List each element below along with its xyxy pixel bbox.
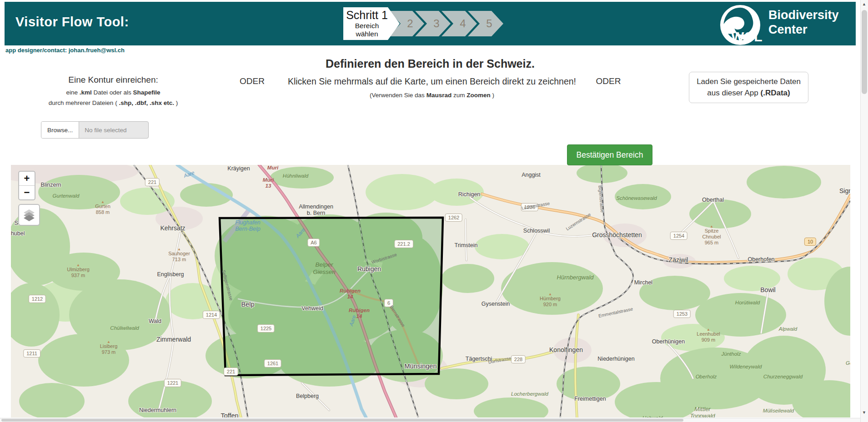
zoom-out-button[interactable]: −	[19, 185, 35, 199]
map-label-forest: Hürnbergwald	[557, 274, 594, 281]
draw-instruction: Klicken Sie mehrmals auf die Karte, um e…	[273, 76, 591, 87]
step-1-current[interactable]: Schritt 1 Bereich wählen	[343, 7, 400, 40]
file-name-placeholder: No file selected	[79, 122, 126, 138]
map-label-peak: ▲Ulmizberg 937 m	[67, 264, 90, 278]
map-label-town: Richigen	[458, 191, 481, 198]
map-label-exit: Muri 13	[263, 177, 274, 189]
load-rdata-line2a: aus dieser App	[707, 89, 760, 97]
step-5-number: 5	[486, 17, 492, 30]
confirm-area-button[interactable]: Bestätigen Bereich	[567, 144, 652, 165]
map-label-town: Freimettigen	[574, 396, 606, 402]
map-label-water: Aare	[348, 314, 357, 327]
map-label-forest: Gurtenwald	[53, 193, 80, 199]
map-label-town: Zimmerwald	[156, 336, 191, 343]
draw-hint-b: Mausrad	[426, 92, 452, 99]
upload-hint-1: eine .kml Datei oder als Shapefile	[38, 89, 188, 96]
layers-control-button[interactable]	[18, 204, 40, 226]
map-label-forest: Hühnliwald	[283, 173, 308, 179]
map-label-town: Englisberg	[157, 271, 184, 278]
load-rdata-button[interactable]: Laden Sie gespeicherte Daten aus dieser …	[689, 72, 808, 103]
map-label-town: Signau	[839, 187, 850, 194]
map-label-town: Kehrsatz	[160, 224, 185, 232]
browse-button[interactable]: Browse...	[41, 122, 79, 138]
map-label-forest: Wildeneywald	[730, 364, 762, 370]
file-input[interactable]: Browse... No file selected	[41, 121, 149, 139]
map-label-water: Flughafen Bern-Belp	[235, 219, 261, 233]
load-rdata-line1: Laden Sie gespeicherte Daten	[689, 76, 808, 88]
wsl-logo-text: WSL	[731, 29, 763, 45]
map-label-badge: 228	[511, 355, 526, 363]
step-indicator: Schritt 1 Bereich wählen 2 3 4 5	[343, 6, 503, 41]
or-separator-1: ODER	[240, 76, 265, 86]
map-label-town: Zäziwil	[669, 256, 688, 263]
upload-hint-1d: Shapefile	[133, 89, 161, 96]
map-label-roadname: Emmentalstrasse	[598, 306, 633, 318]
upload-hint-1a: eine	[66, 89, 79, 96]
draw-hint-e: )	[491, 92, 494, 99]
map-label-badge: 1225	[257, 324, 275, 333]
map-label-town: Grosshöchstetten	[592, 231, 642, 238]
map-label-badge: 1214	[203, 311, 220, 319]
map-label-water: Aare	[295, 227, 306, 239]
horizontal-scrollbar[interactable]	[0, 418, 860, 422]
map-label-town: Niederhünigen	[597, 356, 634, 362]
map-label-town: Bowil	[760, 286, 775, 293]
map-label-town: Toffen	[221, 412, 238, 417]
map-label-town: Vehweid	[301, 305, 323, 312]
map-label-badge: 1262	[445, 213, 462, 222]
scroll-down-icon[interactable]: ▼	[862, 410, 866, 415]
draw-hint-a: (Verwenden Sie das	[370, 92, 426, 99]
map-label-badge: 10	[804, 238, 816, 246]
upload-hint-2b: .shp, .dbf, .shx etc.	[119, 99, 174, 106]
or-separator-2: ODER	[592, 76, 624, 86]
visitor-flow-tool-page: Visitor Flow Tool: Schritt 1 Bereich wäh…	[0, 0, 868, 422]
map-label-badge: 1221	[164, 379, 181, 387]
map-label-badge: 1254	[670, 232, 687, 240]
map-label-town: Blinzern	[40, 182, 61, 188]
map-label-town: Mirchel	[634, 279, 652, 286]
vertical-scrollbar[interactable]: ▲ ▼	[860, 0, 868, 422]
map-label-peak: ▲Lisiberg 973 m	[100, 341, 118, 355]
load-rdata-line2b: (.RData)	[761, 89, 790, 97]
map-label-town: Schlosswil	[523, 228, 550, 234]
map-label-forest: Jüntholz	[722, 351, 741, 357]
map-label-town: Allmendingen b. Bern	[299, 204, 333, 217]
map-label-town: Anggist	[522, 172, 541, 178]
map-label-roadname: Seftigenstrasse	[221, 269, 234, 301]
layers-icon	[23, 209, 35, 221]
map-label-badge: A6	[307, 238, 320, 247]
map-canvas[interactable]: BlinzernKräyigenAllmendingen b. BernKehr…	[11, 165, 850, 417]
vertical-scroll-thumb[interactable]	[862, 10, 867, 94]
map-label-roadname: Luzernstrasse	[521, 201, 550, 211]
zoom-in-button[interactable]: +	[19, 172, 35, 185]
map-label-peak: ▲Gurten 858 m	[95, 201, 110, 215]
map-label-forest: Müliseilewald	[763, 408, 794, 414]
map-label-forest: Alpwald	[779, 326, 797, 332]
map-label-town: Rubigen	[357, 265, 381, 273]
horizontal-scroll-thumb[interactable]	[1, 419, 683, 422]
map-label-badge: 1236	[521, 203, 538, 211]
map-label-badge: 221.2	[394, 240, 413, 248]
header-bar: Visitor Flow Tool: Schritt 1 Bereich wäh…	[5, 2, 856, 45]
map-label-forest: Chüliwilwald	[110, 325, 139, 331]
app-title: Visitor Flow Tool:	[15, 15, 129, 30]
scroll-up-icon[interactable]: ▲	[862, 2, 866, 6]
upload-section: Eine Kontur einreichen: eine .kml Datei …	[38, 75, 188, 106]
map-label-peak: ▲Spitze Chnubel 965 m	[702, 225, 721, 245]
map-label-badge: 1253	[673, 310, 691, 318]
draw-section: Klicken Sie mehrmals auf die Karte, um e…	[273, 76, 591, 99]
map-label-forest: Schönewasewald	[616, 195, 657, 201]
map-label-forest: Churzeneggwald	[763, 374, 803, 380]
map-label-exit: Rubigen 14	[340, 288, 361, 300]
logo-line-2: Center	[768, 23, 808, 37]
map-label-town: Oberhünigen	[652, 338, 685, 345]
map-labels: BlinzernKräyigenAllmendingen b. BernKehr…	[11, 165, 850, 417]
map-label-town: Tägertschi	[466, 356, 492, 362]
step-subtitle: Bereich wählen	[343, 22, 391, 38]
map-zoom-control: + −	[18, 171, 35, 200]
step-2-number: 2	[407, 17, 413, 30]
draw-hint: (Verwenden Sie das Mausrad zum Zoomen )	[273, 92, 591, 99]
map-label-forest: Locherbergwald	[511, 391, 548, 397]
map-label-town: Kräyigen	[227, 165, 250, 172]
draw-hint-c: zum	[452, 92, 467, 99]
